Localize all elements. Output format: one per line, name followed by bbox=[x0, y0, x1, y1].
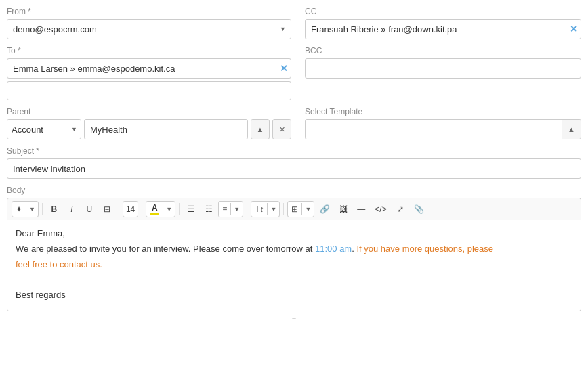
highlight-color-bar bbox=[150, 213, 159, 215]
table-arrow-icon: ▼ bbox=[302, 204, 314, 214]
body-section: Body ✦ ▼ B I U ⊟ 14 A ▼ bbox=[7, 185, 581, 325]
highlight-letter: A bbox=[152, 204, 158, 212]
separator-3 bbox=[142, 203, 142, 215]
list-ol-button[interactable]: ☷ bbox=[201, 201, 217, 217]
body-line2-time: 11:00 am bbox=[315, 244, 352, 254]
list-ul-button[interactable]: ☰ bbox=[183, 201, 199, 217]
magic-button[interactable]: ✦ ▼ bbox=[12, 201, 39, 217]
parent-type-wrapper: Account bbox=[7, 119, 81, 139]
editor-toolbar: ✦ ▼ B I U ⊟ 14 A ▼ ☰ ☷ bbox=[7, 198, 581, 220]
subject-row: Subject * bbox=[7, 146, 581, 179]
hr-button[interactable]: — bbox=[353, 201, 369, 217]
select-template-input[interactable] bbox=[305, 119, 562, 139]
cc-input-box[interactable]: Fransuah Riberie » fran@down.kit.pa ✕ bbox=[305, 19, 581, 39]
parent-type-select[interactable]: Account bbox=[7, 119, 81, 139]
align-icon: ≡ bbox=[219, 203, 231, 215]
body-line2-part3: If you have more questions, please bbox=[356, 244, 493, 254]
cc-tag-value: Fransuah Riberie » fran@down.kit.pa bbox=[311, 24, 457, 35]
link-button[interactable]: 🔗 bbox=[316, 201, 334, 217]
body-line3-text: feel free to contact us. bbox=[16, 259, 102, 269]
parent-label: Parent bbox=[7, 107, 291, 116]
select-template-wrapper: ▲ bbox=[305, 119, 581, 139]
to-bcc-row: To * Emma Larsen » emma@espodemo.kit.ca … bbox=[7, 46, 581, 100]
from-field-container: From * demo@espocrm.com bbox=[7, 7, 291, 39]
highlight-button[interactable]: A ▼ bbox=[146, 201, 175, 217]
to-tag-value: Emma Larsen » emma@espodemo.kit.ca bbox=[13, 64, 175, 74]
to-remove-button[interactable]: ✕ bbox=[280, 63, 288, 74]
highlight-color-part: A bbox=[146, 202, 163, 216]
separator-2 bbox=[119, 203, 119, 215]
to-extra-input[interactable] bbox=[7, 81, 291, 100]
to-label: To * bbox=[7, 46, 291, 56]
subject-label: Subject * bbox=[7, 146, 581, 156]
bold-button[interactable]: B bbox=[46, 201, 62, 217]
from-select[interactable]: demo@espocrm.com bbox=[7, 19, 291, 39]
parent-value-input[interactable] bbox=[84, 119, 248, 139]
code-button[interactable]: </> bbox=[371, 201, 390, 217]
select-template-expand-button[interactable]: ▲ bbox=[562, 119, 581, 139]
separator-6 bbox=[283, 203, 284, 215]
body-line2-part1: We are pleased to invite you for an inte… bbox=[16, 244, 315, 254]
italic-button[interactable]: I bbox=[64, 201, 80, 217]
email-compose-form: From * demo@espocrm.com CC Fransuah Ribe… bbox=[7, 7, 581, 325]
parent-field-inputs: Account ▲ ✕ bbox=[7, 119, 291, 139]
table-button[interactable]: ⊞ ▼ bbox=[287, 201, 314, 217]
parent-expand-button[interactable]: ▲ bbox=[251, 119, 270, 139]
cc-remove-button[interactable]: ✕ bbox=[570, 24, 578, 35]
select-template-label: Select Template bbox=[305, 107, 581, 116]
body-line-2: We are pleased to invite you for an inte… bbox=[16, 242, 572, 257]
select-template-container: Select Template ▲ bbox=[305, 107, 581, 139]
fullscreen-button[interactable]: ⤢ bbox=[392, 201, 408, 217]
font-size-value: 14 bbox=[126, 204, 135, 214]
attach-button[interactable]: 📎 bbox=[410, 201, 428, 217]
separator-4 bbox=[179, 203, 180, 215]
parent-field-container: Parent Account ▲ ✕ bbox=[7, 107, 291, 139]
align-button[interactable]: ≡ ▼ bbox=[218, 201, 243, 217]
underline-button[interactable]: U bbox=[81, 201, 98, 217]
to-input-box[interactable]: Emma Larsen » emma@espodemo.kit.ca ✕ bbox=[7, 58, 291, 79]
text-format-arrow-icon: ▼ bbox=[268, 204, 279, 214]
font-size-selector[interactable]: 14 bbox=[123, 201, 138, 217]
parent-clear-button[interactable]: ✕ bbox=[272, 119, 291, 139]
magic-icon: ✦ bbox=[12, 203, 26, 215]
align-arrow-icon: ▼ bbox=[231, 204, 243, 214]
from-cc-row: From * demo@espocrm.com CC Fransuah Ribe… bbox=[7, 7, 581, 39]
from-select-wrapper[interactable]: demo@espocrm.com bbox=[7, 19, 291, 39]
cc-field-container: CC Fransuah Riberie » fran@down.kit.pa ✕ bbox=[305, 7, 581, 39]
from-label: From * bbox=[7, 7, 291, 16]
highlight-arrow-icon: ▼ bbox=[163, 204, 175, 214]
body-line-3: feel free to contact us. bbox=[16, 258, 572, 272]
bcc-label: BCC bbox=[305, 46, 581, 56]
magic-arrow-icon: ▼ bbox=[26, 204, 38, 214]
format-button[interactable]: ⊟ bbox=[99, 201, 115, 217]
separator-1 bbox=[42, 203, 43, 215]
image-button[interactable]: 🖼 bbox=[335, 201, 352, 217]
body-line-4 bbox=[16, 273, 572, 287]
body-line-1: Dear Emma, bbox=[16, 227, 572, 241]
bcc-field-container: BCC bbox=[305, 46, 581, 100]
body-line-5: Best regards bbox=[16, 288, 572, 303]
separator-5 bbox=[247, 203, 247, 215]
bcc-input-box[interactable] bbox=[305, 58, 581, 79]
text-format-button[interactable]: T↕ ▼ bbox=[251, 201, 280, 217]
text-format-icon: T↕ bbox=[251, 203, 268, 215]
subject-input[interactable] bbox=[7, 158, 581, 179]
parent-template-row: Parent Account ▲ ✕ Select Template ▲ bbox=[7, 107, 581, 139]
body-label: Body bbox=[7, 185, 581, 195]
cc-label: CC bbox=[305, 7, 581, 16]
to-field-container: To * Emma Larsen » emma@espodemo.kit.ca … bbox=[7, 46, 291, 100]
table-icon: ⊞ bbox=[288, 203, 302, 215]
scrollbar-hint: ≡ bbox=[7, 311, 581, 325]
editor-area[interactable]: Dear Emma, We are pleased to invite you … bbox=[7, 220, 581, 311]
